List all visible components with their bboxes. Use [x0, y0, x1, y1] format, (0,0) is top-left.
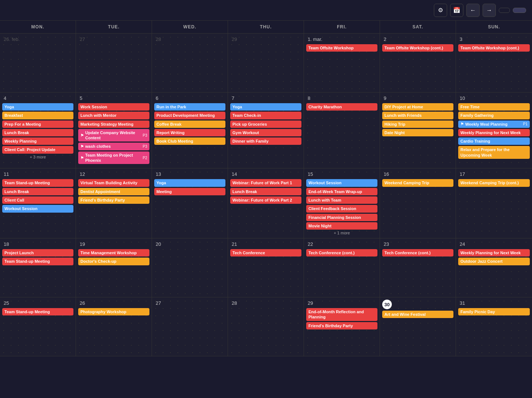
event[interactable]: ⚑Update Company Website ContentP3: [78, 129, 149, 142]
event[interactable]: Family Picnic Day: [458, 308, 530, 315]
event[interactable]: Lunch with Team: [306, 196, 377, 204]
event[interactable]: Outdoor Jazz Concert: [458, 258, 530, 265]
event[interactable]: Client Feedback Session: [306, 205, 377, 212]
event[interactable]: Gym Workout: [230, 129, 301, 136]
event[interactable]: Product Development Meeting: [154, 112, 225, 119]
event-label: Art and Wine Festival: [384, 312, 426, 317]
event[interactable]: Client Call: [2, 196, 73, 204]
event[interactable]: Webinar: Future of Work Part 1: [230, 179, 301, 186]
event[interactable]: ⚑Weekly Meal PlanningP1: [458, 121, 530, 128]
event[interactable]: Marketing Strategy Meeting: [78, 121, 149, 128]
day-header: MON.: [0, 21, 76, 33]
event[interactable]: Workout Session: [306, 179, 377, 186]
event[interactable]: Lunch with Mentor: [78, 112, 149, 119]
event[interactable]: Breakfast: [2, 112, 73, 119]
event[interactable]: Pick up Groceries: [230, 121, 301, 128]
event-label: DIY Project at Home: [384, 104, 423, 109]
day-cell: 14Webinar: Future of Work Part 1Lunch Br…: [228, 168, 304, 238]
day-number: 17: [458, 171, 466, 178]
event[interactable]: Tech Conference (cont.): [382, 249, 453, 256]
event[interactable]: End-of-Month Reflection and Planning: [306, 308, 377, 321]
event[interactable]: Yoga: [2, 103, 73, 111]
event[interactable]: Work Session: [78, 103, 149, 111]
event[interactable]: Team Stand-up Meeting: [2, 258, 73, 265]
event[interactable]: Team Stand-up Meeting: [2, 179, 73, 186]
event[interactable]: Team Offsite Workshop (cont.): [382, 44, 453, 52]
event[interactable]: Family Gathering: [458, 112, 530, 119]
day-number: 18: [2, 241, 10, 248]
event[interactable]: Movie Night: [306, 222, 377, 230]
day-number: 26: [78, 300, 86, 307]
event-label: Free Time: [460, 104, 480, 109]
event[interactable]: Team Stand-up Meeting: [2, 308, 73, 315]
more-events[interactable]: + 3 more: [2, 155, 73, 159]
event[interactable]: Dentist Appointment: [78, 188, 149, 195]
day-number: 28: [230, 300, 238, 307]
day-cell: 5Work SessionLunch with MentorMarketing …: [76, 92, 152, 168]
event[interactable]: DIY Project at Home: [382, 103, 453, 111]
header: ⚙ 📅 ← →: [0, 0, 532, 21]
event[interactable]: Lunch with Friends: [382, 112, 453, 119]
event[interactable]: Date Night: [382, 129, 453, 136]
next-month-button[interactable]: →: [483, 4, 496, 17]
event[interactable]: ⚑Team Meeting on Project PhoenixP2: [78, 151, 149, 164]
event[interactable]: End-of-Week Team Wrap-up: [306, 188, 377, 195]
event[interactable]: Weekly Planning for Next Week: [458, 129, 530, 136]
event[interactable]: Free Time: [458, 103, 530, 111]
event[interactable]: Yoga: [230, 103, 301, 111]
day-number: 12: [78, 171, 86, 178]
event[interactable]: Charity Marathon: [306, 103, 377, 111]
event[interactable]: Webinar: Future of Work Part 2: [230, 196, 301, 204]
event[interactable]: Team Offsite Workshop (cont.): [458, 44, 530, 52]
event[interactable]: Doctor's Check-up: [78, 258, 149, 265]
event-label: Product Development Meeting: [156, 113, 215, 118]
priority-badge: P1: [523, 122, 528, 126]
event[interactable]: Virtual Team Building Activity: [78, 179, 149, 186]
event[interactable]: ⚑wash clothesP3: [78, 143, 149, 150]
event[interactable]: Lunch Break: [230, 188, 301, 195]
event[interactable]: Weekly Planning for Next Week: [458, 249, 530, 256]
event[interactable]: Dinner with Family: [230, 137, 301, 145]
event[interactable]: Tech Conference (cont.): [306, 249, 377, 256]
event[interactable]: Report Writing: [154, 129, 225, 136]
event[interactable]: Art and Wine Festival: [382, 311, 453, 318]
more-events[interactable]: + 1 more: [306, 231, 377, 235]
month-view-dropdown[interactable]: [513, 8, 526, 13]
event-label: Friend's Birthday Party: [308, 323, 353, 328]
prev-month-button[interactable]: ←: [466, 4, 480, 17]
event[interactable]: Relax and Prepare for the Upcoming Week: [458, 146, 530, 159]
event[interactable]: Tech Conference: [230, 249, 301, 256]
this-month-button[interactable]: [499, 8, 510, 13]
event[interactable]: Team Offsite Workshop: [306, 44, 377, 52]
day-number: 13: [154, 171, 162, 178]
event[interactable]: Client Call: Project Update: [2, 146, 73, 153]
event[interactable]: Book Club Meeting: [154, 137, 225, 145]
event[interactable]: Yoga: [154, 179, 225, 186]
event[interactable]: Lunch Break: [2, 188, 73, 195]
event[interactable]: Weekly Planning: [2, 137, 73, 145]
event[interactable]: Lunch Break: [2, 129, 73, 136]
event[interactable]: Photography Workshop: [78, 308, 149, 315]
event[interactable]: Financial Planning Session: [306, 214, 377, 221]
event[interactable]: Coffee Break: [154, 121, 225, 128]
event[interactable]: Friend's Birthday Party: [306, 322, 377, 329]
event[interactable]: Run in the Park: [154, 103, 225, 111]
event-label: Lunch with Team: [308, 198, 341, 203]
event[interactable]: Hiking Trip: [382, 121, 453, 128]
calendar: MON.TUE.WED.THU.FRI.SAT.SUN. 26. feb.272…: [0, 21, 532, 356]
event[interactable]: Project Launch: [2, 249, 73, 256]
calendar-view-button[interactable]: 📅: [450, 4, 463, 17]
event[interactable]: Friend's Birthday Party: [78, 196, 149, 204]
event[interactable]: Time Management Workshop: [78, 249, 149, 256]
event[interactable]: Cardio Training: [458, 137, 530, 145]
day-cell: 30Art and Wine Festival: [380, 297, 456, 356]
event[interactable]: Prep For a Meeting: [2, 121, 73, 128]
event[interactable]: Weekend Camping Trip (cont.): [458, 179, 530, 186]
event[interactable]: Weekend Camping Trip: [382, 179, 453, 186]
event[interactable]: Workout Session: [2, 205, 73, 212]
event-label: Marketing Strategy Meeting: [80, 122, 134, 127]
day-header: WED.: [152, 21, 228, 33]
event[interactable]: Team Check-in: [230, 112, 301, 119]
settings-button[interactable]: ⚙: [434, 4, 447, 17]
event[interactable]: Meeting: [154, 188, 225, 195]
